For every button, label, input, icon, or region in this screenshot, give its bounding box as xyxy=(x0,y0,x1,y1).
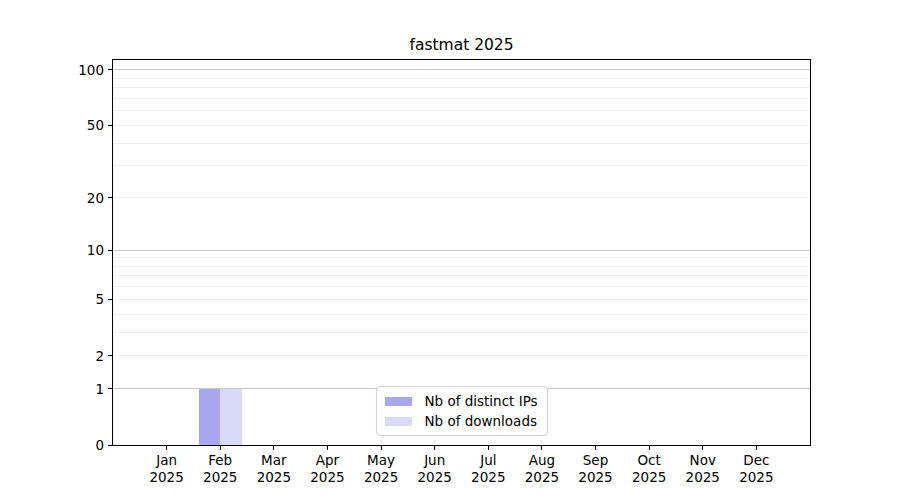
gridline-minor-3 xyxy=(113,332,810,333)
x-tick-label-sep: Sep2025 xyxy=(578,452,612,486)
x-tick-label-mar: Mar2025 xyxy=(257,452,291,486)
y-tick-50 xyxy=(108,125,112,126)
x-tick-jan xyxy=(166,446,167,450)
x-tick-sep xyxy=(595,446,596,450)
gridline-major-10 xyxy=(113,250,810,251)
x-tick-feb xyxy=(220,446,221,450)
gridline-minor-50 xyxy=(113,125,810,126)
legend: Nb of distinct IPs Nb of downloads xyxy=(375,386,547,436)
x-tick-dec xyxy=(756,446,757,450)
gridline-minor-40 xyxy=(113,143,810,144)
x-tick-label-apr: Apr2025 xyxy=(310,452,344,486)
legend-label-distinct-ips: Nb of distinct IPs xyxy=(424,393,537,409)
x-tick-jun xyxy=(434,446,435,450)
legend-item-downloads: Nb of downloads xyxy=(384,413,537,429)
y-tick-label-0: 0 xyxy=(95,437,104,453)
x-tick-label-dec: Dec2025 xyxy=(739,452,773,486)
y-tick-10 xyxy=(108,250,112,251)
gridline-minor-70 xyxy=(113,98,810,99)
gridline-minor-8 xyxy=(113,266,810,267)
y-tick-label-1: 1 xyxy=(95,381,104,397)
x-tick-label-nov: Nov2025 xyxy=(686,452,720,486)
y-tick-label-5: 5 xyxy=(95,291,104,307)
y-tick-label-20: 20 xyxy=(87,190,104,206)
bar-nb-of-downloads-feb xyxy=(220,389,241,445)
figure: fastmat 2025 Nb of distinct IPs Nb of do… xyxy=(0,0,900,500)
x-tick-label-jun: Jun2025 xyxy=(418,452,452,486)
gridline-minor-80 xyxy=(113,87,810,88)
y-tick-0 xyxy=(108,445,112,446)
x-tick-jul xyxy=(488,446,489,450)
y-tick-1 xyxy=(108,388,112,389)
gridline-minor-2 xyxy=(113,355,810,356)
plot-area: Nb of distinct IPs Nb of downloads 01251… xyxy=(112,59,811,446)
x-tick-apr xyxy=(327,446,328,450)
x-tick-may xyxy=(381,446,382,450)
gridline-minor-4 xyxy=(113,314,810,315)
bar-nb-of-distinct-ips-feb xyxy=(199,389,220,445)
gridline-minor-7 xyxy=(113,275,810,276)
gridline-minor-90 xyxy=(113,78,810,79)
y-tick-5 xyxy=(108,299,112,300)
x-tick-label-feb: Feb2025 xyxy=(203,452,237,486)
y-tick-label-2: 2 xyxy=(95,348,104,364)
y-tick-label-10: 10 xyxy=(87,242,104,258)
gridline-minor-30 xyxy=(113,165,810,166)
y-tick-100 xyxy=(108,69,112,70)
legend-label-downloads: Nb of downloads xyxy=(424,413,537,429)
legend-swatch-downloads xyxy=(384,417,411,426)
gridline-major-100 xyxy=(113,69,810,70)
x-tick-label-jul: Jul2025 xyxy=(471,452,505,486)
legend-swatch-distinct-ips xyxy=(384,397,411,406)
y-tick-2 xyxy=(108,355,112,356)
x-tick-mar xyxy=(273,446,274,450)
x-tick-label-aug: Aug2025 xyxy=(525,452,559,486)
x-tick-label-oct: Oct2025 xyxy=(632,452,666,486)
y-tick-label-100: 100 xyxy=(78,62,104,78)
chart-title: fastmat 2025 xyxy=(112,36,811,54)
legend-item-distinct-ips: Nb of distinct IPs xyxy=(384,393,537,409)
gridline-minor-6 xyxy=(113,286,810,287)
gridline-minor-9 xyxy=(113,257,810,258)
x-tick-oct xyxy=(649,446,650,450)
gridline-minor-5 xyxy=(113,299,810,300)
x-tick-label-may: May2025 xyxy=(364,452,398,486)
y-tick-20 xyxy=(108,197,112,198)
y-tick-label-50: 50 xyxy=(87,117,104,133)
x-tick-aug xyxy=(541,446,542,450)
gridline-minor-20 xyxy=(113,197,810,198)
x-tick-label-jan: Jan2025 xyxy=(149,452,183,486)
x-tick-nov xyxy=(702,446,703,450)
gridline-minor-60 xyxy=(113,110,810,111)
